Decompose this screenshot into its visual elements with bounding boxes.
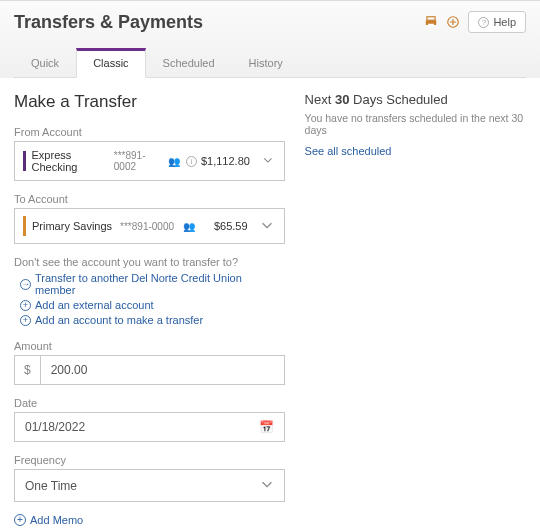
to-account-select[interactable]: Primary Savings ***891-0000 👥 $65.59 bbox=[14, 208, 285, 244]
currency-symbol: $ bbox=[14, 355, 40, 385]
help-label: Help bbox=[493, 16, 516, 28]
amount-input[interactable] bbox=[40, 355, 285, 385]
account-color-bar bbox=[23, 151, 26, 171]
arrow-icon: → bbox=[20, 279, 31, 290]
account-hint: Don't see the account you want to transf… bbox=[14, 256, 285, 268]
date-label: Date bbox=[14, 397, 285, 409]
see-all-scheduled-link[interactable]: See all scheduled bbox=[305, 145, 392, 157]
add-memo-button[interactable]: + Add Memo bbox=[14, 514, 285, 526]
date-input[interactable]: 01/18/2022 📅 bbox=[14, 412, 285, 442]
plus-icon: + bbox=[20, 300, 31, 311]
chevron-down-icon bbox=[260, 477, 274, 494]
to-account-name: Primary Savings bbox=[32, 220, 112, 232]
frequency-select[interactable]: One Time bbox=[14, 469, 285, 502]
scheduled-panel: Next 30 Days Scheduled You have no trans… bbox=[305, 92, 526, 532]
link-add-external[interactable]: + Add an external account bbox=[20, 299, 285, 311]
shared-icon: 👥 bbox=[168, 156, 180, 167]
tab-quick[interactable]: Quick bbox=[14, 48, 76, 78]
export-icon[interactable] bbox=[446, 15, 460, 29]
to-account-mask: ***891-0000 bbox=[120, 221, 174, 232]
from-account-select[interactable]: Express Checking ***891-0002 👥 i $1,112.… bbox=[14, 141, 285, 181]
balance-info-icon: i bbox=[186, 156, 197, 167]
svg-rect-0 bbox=[427, 17, 435, 21]
frequency-label: Frequency bbox=[14, 454, 285, 466]
plus-icon: + bbox=[20, 315, 31, 326]
from-account-mask: ***891-0002 bbox=[114, 150, 159, 172]
account-color-bar bbox=[23, 216, 26, 236]
to-account-balance: $65.59 bbox=[214, 220, 248, 232]
tab-classic[interactable]: Classic bbox=[76, 48, 145, 78]
form-heading: Make a Transfer bbox=[14, 92, 285, 112]
chevron-down-icon bbox=[260, 218, 274, 235]
page-header: Transfers & Payments ? Help Quick Classi… bbox=[0, 0, 540, 78]
chevron-down-icon bbox=[262, 154, 274, 169]
from-account-name: Express Checking bbox=[32, 149, 106, 173]
link-transfer-member[interactable]: → Transfer to another Del Norte Credit U… bbox=[20, 272, 285, 296]
amount-label: Amount bbox=[14, 340, 285, 352]
from-account-balance: $1,112.80 bbox=[201, 155, 250, 167]
scheduled-heading: Next 30 Days Scheduled bbox=[305, 92, 526, 107]
help-button[interactable]: ? Help bbox=[468, 11, 526, 33]
scheduled-subtext: You have no transfers scheduled in the n… bbox=[305, 112, 526, 136]
from-account-label: From Account bbox=[14, 126, 285, 138]
plus-icon: + bbox=[14, 514, 26, 526]
shared-icon: 👥 bbox=[183, 221, 195, 232]
help-icon: ? bbox=[478, 17, 489, 28]
link-add-account[interactable]: + Add an account to make a transfer bbox=[20, 314, 285, 326]
transfer-form: Make a Transfer From Account Express Che… bbox=[14, 92, 285, 532]
calendar-icon: 📅 bbox=[259, 420, 274, 434]
to-account-label: To Account bbox=[14, 193, 285, 205]
print-icon[interactable] bbox=[424, 15, 438, 29]
page-title: Transfers & Payments bbox=[14, 12, 203, 33]
svg-rect-2 bbox=[428, 24, 434, 28]
tab-history[interactable]: History bbox=[232, 48, 300, 78]
tab-scheduled[interactable]: Scheduled bbox=[146, 48, 232, 78]
tabs: Quick Classic Scheduled History bbox=[14, 47, 526, 78]
